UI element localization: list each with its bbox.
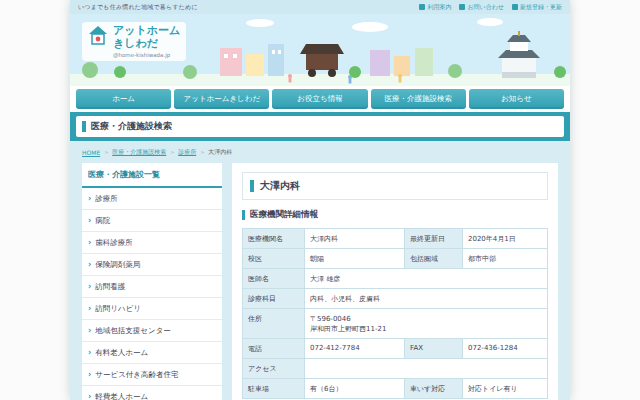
chevron-right-icon: ›	[88, 261, 91, 269]
sidebar-item[interactable]: ›訪問リハビリ	[82, 298, 222, 320]
detail-label: 車いす対応	[405, 379, 463, 399]
table-row: 駐車場有（6台）車いす対応対応トイレ有り	[243, 379, 548, 399]
sidebar-item[interactable]: ›保険調剤薬局	[82, 254, 222, 276]
utility-link[interactable]: お問い合わせ	[459, 3, 504, 12]
main-panel: 大澤内科 医療機関詳細情報 医療機関名大澤内科最終更新日2020年4月1日校区朝…	[232, 163, 558, 400]
breadcrumb-item[interactable]: 医療・介護施設検索	[112, 148, 166, 157]
detail-table-body: 医療機関名大澤内科最終更新日2020年4月1日校区朝陽包括圏域都市中部医師名大澤…	[243, 229, 548, 399]
utility-link[interactable]: 新規登録・更新	[512, 3, 562, 12]
utility-link[interactable]: 利用案内	[419, 3, 451, 12]
nav-item[interactable]: お役立ち情報	[272, 89, 367, 109]
utility-links: 利用案内お問い合わせ新規登録・更新	[419, 3, 562, 12]
sidebar-item[interactable]: ›訪問看護	[82, 276, 222, 298]
detail-label: 包括圏域	[405, 249, 463, 269]
facility-accent-bar	[250, 180, 254, 192]
sidebar-item-label: 地域包括支援センター	[95, 326, 171, 336]
main-nav: ホームアットホームきしわだお役立ち情報医療・介護施設検索お知らせ	[70, 86, 570, 112]
detail-table: 医療機関名大澤内科最終更新日2020年4月1日校区朝陽包括圏域都市中部医師名大澤…	[242, 228, 548, 399]
page-title: 医療・介護施設検索	[91, 120, 172, 133]
top-utility-bar: いつまでも住み慣れた地域で暮らすために 利用案内お問い合わせ新規登録・更新	[70, 0, 570, 14]
nav-item[interactable]: 医療・介護施設検索	[371, 89, 466, 109]
detail-value: 大澤 雄彦	[305, 269, 548, 289]
breadcrumb-item: 大澤内科	[208, 148, 232, 157]
sidebar-item-label: サービス付き高齢者住宅	[95, 370, 178, 380]
detail-value: 〒596-0046 岸和田市上野町西11-21	[305, 309, 548, 339]
chevron-right-icon: ›	[88, 239, 91, 247]
detail-value: 内科、小児科、皮膚科	[305, 289, 548, 309]
detail-label: 住所	[243, 309, 305, 339]
link-icon	[512, 4, 518, 10]
detail-label: 医療機関名	[243, 229, 305, 249]
facility-name: 大澤内科	[260, 179, 300, 193]
detail-value: 大澤内科	[305, 229, 405, 249]
detail-value: 朝陽	[305, 249, 405, 269]
sidebar-item-label: 有料老人ホーム	[95, 348, 148, 358]
site-container: いつまでも住み慣れた地域で暮らすために 利用案内お問い合わせ新規登録・更新	[70, 0, 570, 400]
link-icon	[459, 4, 465, 10]
chevron-right-icon: ›	[88, 393, 91, 400]
detail-label: 駐車場	[243, 379, 305, 399]
table-row: 診療科目内科、小児科、皮膚科	[243, 289, 548, 309]
detail-value: 072-412-7784	[305, 339, 405, 359]
section-title: 医療機関詳細情報	[250, 209, 318, 221]
detail-value: 072-436-1284	[463, 339, 548, 359]
logo-line1: アットホーム	[113, 25, 180, 38]
sidebar-item-label: 軽費老人ホーム	[95, 392, 148, 400]
sidebar-title: 医療・介護施設一覧	[82, 163, 222, 188]
chevron-right-icon: ›	[88, 195, 91, 203]
sidebar-item-label: 歯科診療所	[95, 238, 133, 248]
sidebar-item-label: 保険調剤薬局	[95, 260, 140, 270]
sidebar-item-label: 診療所	[95, 194, 118, 204]
title-accent-bar	[82, 121, 86, 132]
detail-value	[305, 359, 548, 379]
sidebar-item[interactable]: ›サービス付き高齢者住宅	[82, 364, 222, 386]
chevron-right-icon: ›	[88, 327, 91, 335]
table-row: 電話072-412-7784FAX072-436-1284	[243, 339, 548, 359]
detail-value: 有（6台）	[305, 379, 405, 399]
breadcrumb-separator: ＞	[169, 148, 175, 157]
nav-item[interactable]: アットホームきしわだ	[174, 89, 269, 109]
utility-link-label: お問い合わせ	[467, 3, 504, 12]
utility-link-label: 新規登録・更新	[520, 3, 562, 12]
sidebar-item[interactable]: ›病院	[82, 210, 222, 232]
nav-item[interactable]: ホーム	[76, 89, 171, 109]
site-logo[interactable]: アットホーム きしわだ @home-kishiwada.jp	[82, 22, 186, 61]
section-accent-bar	[242, 210, 245, 220]
sidebar-item-label: 訪問看護	[95, 282, 125, 292]
section-header: 医療機関詳細情報	[242, 209, 548, 221]
sidebar-item[interactable]: ›軽費老人ホーム	[82, 386, 222, 400]
content-area: HOME＞医療・介護施設検索＞診療所＞大澤内科 医療・介護施設一覧 ›診療所›病…	[70, 141, 570, 400]
page-title-box: 医療・介護施設検索	[76, 116, 564, 137]
detail-label: 最終更新日	[405, 229, 463, 249]
chevron-right-icon: ›	[88, 349, 91, 357]
page-title-strip: 医療・介護施設検索	[70, 112, 570, 141]
detail-label: 診療科目	[243, 289, 305, 309]
table-row: 医療機関名大澤内科最終更新日2020年4月1日	[243, 229, 548, 249]
breadcrumb-item[interactable]: 診療所	[178, 148, 196, 157]
house-logo-icon	[88, 25, 108, 47]
site-tagline: いつまでも住み慣れた地域で暮らすために	[78, 3, 198, 12]
detail-label: 電話	[243, 339, 305, 359]
chevron-right-icon: ›	[88, 217, 91, 225]
detail-label: 校区	[243, 249, 305, 269]
facility-title-box: 大澤内科	[242, 172, 548, 200]
nav-item[interactable]: お知らせ	[469, 89, 564, 109]
breadcrumb-item[interactable]: HOME	[82, 149, 100, 156]
site-header: アットホーム きしわだ @home-kishiwada.jp	[70, 14, 570, 86]
sidebar-item-label: 病院	[95, 216, 110, 226]
sidebar-item[interactable]: ›診療所	[82, 188, 222, 210]
sidebar-item[interactable]: ›有料老人ホーム	[82, 342, 222, 364]
logo-domain: @home-kishiwada.jp	[113, 52, 180, 58]
chevron-right-icon: ›	[88, 283, 91, 291]
detail-label: 医師名	[243, 269, 305, 289]
detail-value: 2020年4月1日	[463, 229, 548, 249]
sidebar: 医療・介護施設一覧 ›診療所›病院›歯科診療所›保険調剤薬局›訪問看護›訪問リハ…	[82, 163, 222, 400]
breadcrumb-separator: ＞	[103, 148, 109, 157]
breadcrumb-separator: ＞	[199, 148, 205, 157]
sidebar-item[interactable]: ›歯科診療所	[82, 232, 222, 254]
detail-label: FAX	[405, 339, 463, 359]
logo-text: アットホーム きしわだ @home-kishiwada.jp	[113, 25, 180, 58]
utility-link-label: 利用案内	[427, 3, 451, 12]
table-row: 校区朝陽包括圏域都市中部	[243, 249, 548, 269]
sidebar-item[interactable]: ›地域包括支援センター	[82, 320, 222, 342]
